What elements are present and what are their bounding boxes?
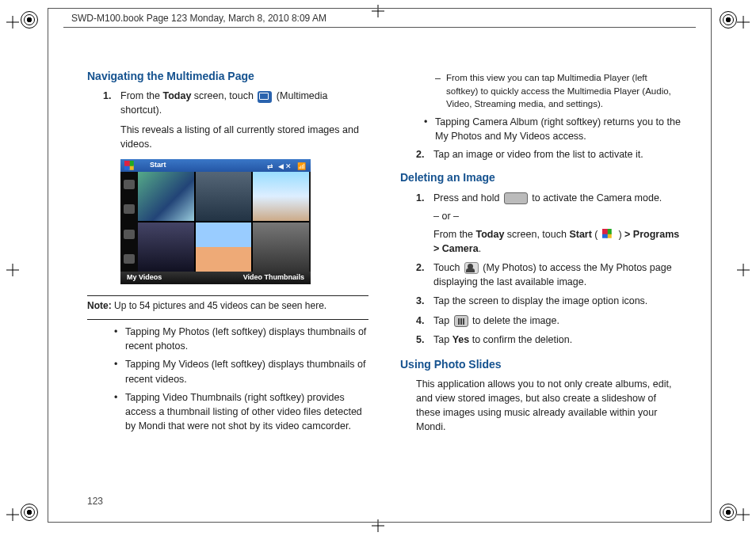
- step-number: 1.: [416, 191, 433, 257]
- text: Touch: [433, 262, 463, 273]
- step-number: 2.: [416, 260, 433, 289]
- note-label: Note:: [87, 300, 112, 311]
- registration-mark: [21, 11, 38, 29]
- status-icons: ⇄ ◀✕ 📶: [267, 162, 307, 172]
- running-header: SWD-M100.book Page 123 Monday, March 8, …: [71, 13, 326, 24]
- bullet-text: Tapping My Videos (left softkey) display…: [125, 357, 368, 386]
- step-number: 4.: [416, 314, 433, 328]
- text: to delete the image.: [470, 315, 559, 326]
- step-body: Tap to delete the image.: [433, 314, 682, 328]
- start-flag-icon: [602, 229, 614, 241]
- step-body: Tap the screen to display the image opti…: [433, 294, 682, 308]
- thumbnail: [138, 222, 194, 272]
- bullet-marker: •: [114, 325, 125, 353]
- text: Press and hold: [433, 192, 502, 203]
- crop-mark: [734, 505, 753, 524]
- or-divider: – or –: [433, 209, 682, 223]
- sidebar-icon: [124, 254, 135, 264]
- crop-mark: [3, 505, 22, 524]
- del-step-4: 4. Tap to delete the image.: [416, 314, 682, 328]
- sidebar-icon: [124, 180, 135, 189]
- right-column: – From this view you can tap Multimedia …: [400, 68, 682, 437]
- crop-mark: [3, 260, 22, 280]
- note-body: Up to 54 pictures and 45 videos can be s…: [112, 300, 327, 311]
- bullet-marker: •: [424, 115, 435, 143]
- step-number: 5.: [416, 333, 433, 347]
- content-area: Navigating the Multimedia Page 1. From t…: [87, 68, 682, 437]
- thumbnail: [196, 172, 252, 221]
- bullet-item: •Tapping My Videos (left softkey) displa…: [114, 357, 368, 386]
- crop-mark: [734, 260, 753, 280]
- text: ): [616, 229, 624, 240]
- thumbnail: [138, 172, 194, 221]
- step-body: From the Today screen, touch (Multimedia…: [120, 89, 368, 151]
- del-step-1: 1. Press and hold to activate the Camera…: [416, 191, 682, 257]
- step-body: Press and hold to activate the Camera mo…: [433, 191, 682, 257]
- bullet-text: Tapping Video Thumbnails (right softkey)…: [125, 390, 368, 433]
- bullet-marker: •: [114, 357, 125, 386]
- text: screen, touch: [191, 90, 256, 101]
- start-label: Start: [569, 229, 591, 240]
- trash-icon: [454, 315, 468, 327]
- start-label: Start: [136, 160, 166, 170]
- bullet-item: •Tapping My Photos (left softkey) displa…: [114, 325, 368, 353]
- note: Note: Up to 54 pictures and 45 videos ca…: [87, 299, 368, 313]
- heading-photo-slides: Using Photo Slides: [400, 356, 682, 372]
- today-label: Today: [476, 229, 505, 240]
- thumbnail: [253, 172, 309, 221]
- thumbnail: [253, 222, 309, 272]
- text: to activate the Camera mode.: [529, 192, 662, 203]
- text: This reveals a listing of all currently …: [120, 123, 368, 151]
- screenshot-softkeys: My Videos Video Thumbnails: [120, 272, 311, 284]
- heading-navigating: Navigating the Multimedia Page: [87, 68, 368, 84]
- screenshot-sidebar: [120, 172, 138, 272]
- left-column: Navigating the Multimedia Page 1. From t…: [87, 68, 368, 437]
- sidebar-icon: [124, 204, 135, 214]
- text: (: [592, 229, 601, 240]
- softkey-left: My Videos: [127, 272, 162, 283]
- del-step-3: 3. Tap the screen to display the image o…: [416, 294, 682, 308]
- sidebar-icon: [124, 230, 135, 239]
- alt-path: From the Today screen, touch Start ( ) >…: [433, 227, 682, 256]
- softkey-right: Video Thumbnails: [243, 272, 304, 283]
- heading-deleting: Deleting an Image: [400, 169, 682, 185]
- crop-mark: [734, 13, 753, 32]
- text: to confirm the deletion.: [469, 334, 572, 345]
- registration-mark: [21, 504, 38, 521]
- text: From the: [433, 229, 476, 240]
- dash-marker: –: [435, 71, 446, 111]
- text: screen, touch: [504, 229, 569, 240]
- bullet-text: Tapping My Photos (left softkey) display…: [125, 325, 368, 353]
- text: Tap: [433, 334, 452, 345]
- camera-key-icon: [504, 192, 528, 204]
- screenshot-titlebar: Start ⇄ ◀✕ 📶: [120, 159, 311, 172]
- note-rule-bottom: [87, 319, 368, 320]
- crop-mark: [3, 13, 22, 32]
- bullet-list: •Tapping My Photos (left softkey) displa…: [114, 325, 368, 433]
- step-body: Tap Yes to confirm the deletion.: [433, 333, 682, 347]
- step-body: Tap an image or video from the list to a…: [433, 147, 682, 162]
- step-body: Touch (My Photos) to access the My Photo…: [433, 260, 682, 289]
- thumbnail-grid: [138, 172, 309, 272]
- thumbnail: [196, 222, 252, 272]
- sub-bullet: – From this view you can tap Multimedia …: [435, 71, 682, 111]
- del-step-2: 2. Touch (My Photos) to access the My Ph…: [416, 260, 682, 289]
- step-1: 1. From the Today screen, touch (Multime…: [103, 89, 368, 151]
- multimedia-screenshot: Start ⇄ ◀✕ 📶 My Videos Video Thumbnails: [120, 159, 311, 284]
- step-2: 2. Tap an image or video from the list t…: [416, 147, 682, 162]
- photo-slides-body: This application allows you to not only …: [416, 377, 682, 435]
- yes-label: Yes: [452, 334, 470, 345]
- bullet-item: • Tapping Camera Album (right softkey) r…: [424, 115, 682, 143]
- bullet-item: •Tapping Video Thumbnails (right softkey…: [114, 390, 368, 433]
- header-rule: [63, 27, 696, 28]
- sub-bullet-text: From this view you can tap Multimedia Pl…: [446, 71, 682, 111]
- bullet-marker: •: [114, 390, 125, 433]
- today-label: Today: [163, 90, 192, 101]
- page-number: 123: [87, 496, 103, 507]
- step-number: 2.: [416, 147, 433, 162]
- text: .: [479, 243, 481, 254]
- my-photos-icon: [464, 262, 479, 274]
- text: Tap: [433, 315, 452, 326]
- note-rule-top: [87, 295, 368, 296]
- step-number: 1.: [103, 89, 120, 151]
